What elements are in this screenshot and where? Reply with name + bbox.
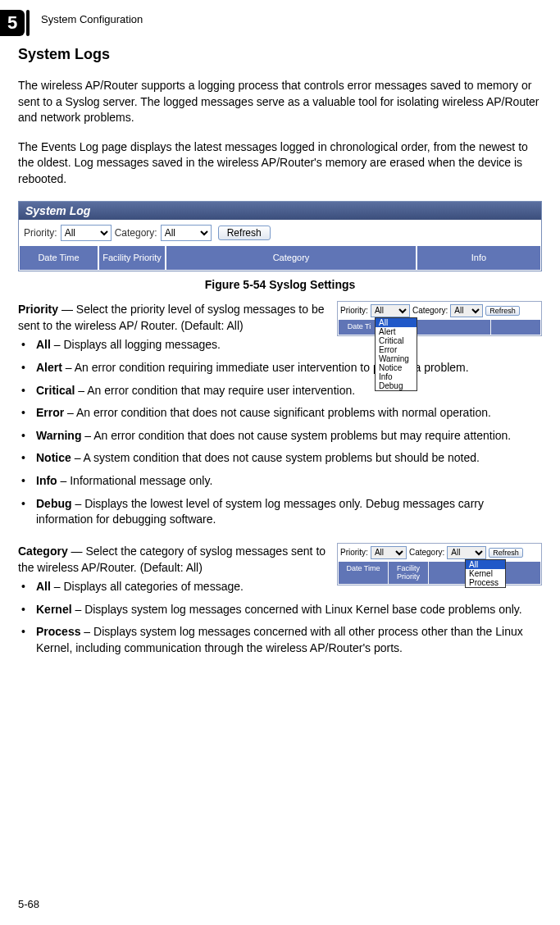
list-item: Notice – A system condition that does no… [21, 450, 542, 467]
dd-item[interactable]: Process [466, 578, 505, 587]
chapter-header: 5 System Configuration [0, 10, 143, 36]
dd-item[interactable]: Warning [376, 354, 417, 363]
list-item: Kernel – Displays system log messages co… [21, 602, 542, 618]
category-dropdown-open[interactable]: All Kernel Process [465, 559, 506, 588]
mini-priority-select[interactable]: All [371, 304, 410, 317]
list-item: Critical – An error condition that may r… [21, 383, 542, 399]
dd-item[interactable]: All [466, 560, 505, 569]
mini2-header-fp: Facility Priority [389, 562, 428, 585]
dd-item[interactable]: Notice [376, 363, 417, 372]
list-item: Error – An error condition that does not… [21, 405, 542, 421]
dd-item[interactable]: Critical [376, 336, 417, 345]
priority-mini-figure: Priority: All Category: All Refresh Date… [337, 301, 542, 336]
syslog-panel: System Log Priority: All Category: All R… [18, 201, 542, 271]
list-item: Alert – An error condition requiring imm… [21, 360, 542, 376]
priority-definition: Priority: All Category: All Refresh Date… [18, 301, 542, 535]
mini-category-select[interactable]: All [450, 304, 483, 317]
chapter-label: System Configuration [41, 13, 143, 25]
mini-header-dt: Date Ti [339, 320, 380, 335]
list-item: Warning – An error condition that does n… [21, 428, 542, 444]
mini-priority-select-2[interactable]: All [371, 546, 407, 559]
mini-priority-label: Priority: [340, 306, 368, 315]
mini-category-label: Category: [412, 306, 448, 315]
syslog-controls: Priority: All Category: All Refresh [19, 220, 541, 246]
category-mini-figure: Priority: All Category: All Refresh Date… [337, 543, 542, 586]
paragraph-1: The wireless AP/Router supports a loggin… [18, 78, 542, 126]
priority-dropdown-open[interactable]: All Alert Critical Error Warning Notice … [375, 317, 417, 391]
dd-item[interactable]: All [376, 318, 417, 327]
priority-select[interactable]: All [61, 225, 112, 241]
dd-item[interactable]: Kernel [466, 569, 505, 578]
chapter-number-box: 5 [0, 10, 25, 36]
list-item: All – Displays all logging messages. [21, 337, 542, 353]
category-bullets: All – Displays all categories of message… [18, 579, 542, 656]
figure-main: System Log Priority: All Category: All R… [18, 201, 542, 291]
section-title: System Logs [18, 46, 542, 63]
mini-category-select-2[interactable]: All [447, 546, 486, 559]
header-facility: Facility Priority [99, 246, 165, 270]
header-info: Info [417, 246, 540, 270]
list-item: Debug – Displays the lowest level of sys… [21, 496, 542, 528]
mini-refresh-button[interactable]: Refresh [485, 306, 520, 316]
mini-refresh-button-2[interactable]: Refresh [489, 548, 523, 558]
figure-caption: Figure 5-54 Syslog Settings [18, 278, 542, 291]
chapter-accent [26, 10, 30, 36]
header-datetime: Date Time [20, 246, 98, 270]
refresh-button[interactable]: Refresh [218, 226, 271, 240]
category-definition: Priority: All Category: All Refresh Date… [18, 543, 542, 663]
header-category: Category [166, 246, 416, 270]
mini-header-blank1 [416, 320, 490, 335]
mini-header-blank2 [491, 320, 540, 335]
mini2-header-dt: Date Time [339, 562, 388, 585]
paragraph-2: The Events Log page displays the latest … [18, 139, 542, 188]
syslog-header-row: Date Time Facility Priority Category Inf… [19, 246, 541, 271]
dd-item[interactable]: Info [376, 372, 417, 381]
category-label: Category: [115, 227, 157, 239]
list-item: Info – Informational message only. [21, 473, 542, 490]
dd-item[interactable]: Alert [376, 327, 417, 336]
priority-label: Priority: [24, 227, 57, 239]
category-select[interactable]: All [161, 225, 212, 241]
syslog-titlebar: System Log [19, 202, 541, 220]
page-number: 5-68 [18, 898, 39, 910]
dd-item[interactable]: Error [376, 345, 417, 354]
list-item: Process – Displays system log messages c… [21, 624, 542, 656]
dd-item[interactable]: Debug [376, 381, 417, 390]
priority-bullets: All – Displays all logging messages. Ale… [18, 337, 542, 527]
mini-priority-label-2: Priority: [340, 548, 368, 557]
mini-category-label-2: Category: [409, 548, 444, 557]
